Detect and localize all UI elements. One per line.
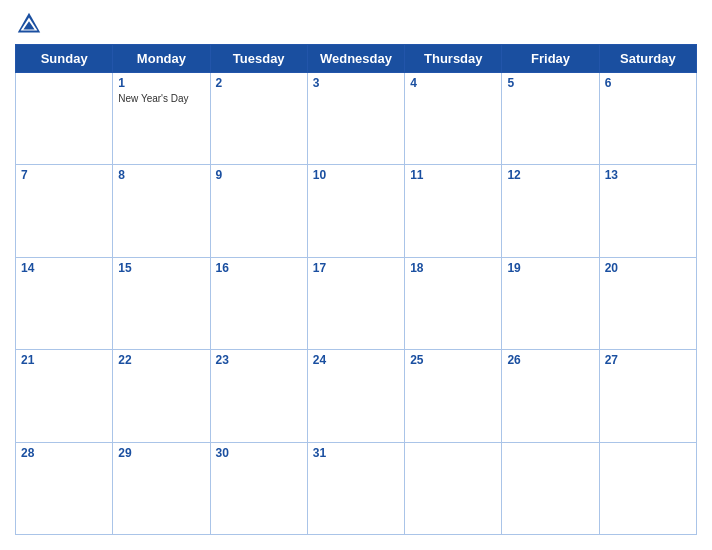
calendar-cell	[16, 73, 113, 165]
day-number: 10	[313, 168, 399, 182]
calendar-cell: 5	[502, 73, 599, 165]
calendar-cell: 28	[16, 442, 113, 534]
calendar-cell: 31	[307, 442, 404, 534]
day-number: 29	[118, 446, 204, 460]
weekday-header-friday: Friday	[502, 45, 599, 73]
holiday-label: New Year's Day	[118, 92, 204, 105]
weekday-header-tuesday: Tuesday	[210, 45, 307, 73]
day-number: 17	[313, 261, 399, 275]
calendar-cell: 2	[210, 73, 307, 165]
calendar-week-row: 14151617181920	[16, 257, 697, 349]
day-number: 18	[410, 261, 496, 275]
calendar-cell: 20	[599, 257, 696, 349]
weekday-header-wednesday: Wednesday	[307, 45, 404, 73]
calendar-week-row: 21222324252627	[16, 350, 697, 442]
calendar-week-row: 78910111213	[16, 165, 697, 257]
calendar-cell: 17	[307, 257, 404, 349]
calendar-cell: 10	[307, 165, 404, 257]
calendar-cell: 13	[599, 165, 696, 257]
calendar-cell: 25	[405, 350, 502, 442]
calendar-cell: 8	[113, 165, 210, 257]
calendar-cell: 24	[307, 350, 404, 442]
day-number: 24	[313, 353, 399, 367]
weekday-header-monday: Monday	[113, 45, 210, 73]
calendar-cell	[599, 442, 696, 534]
calendar-cell: 12	[502, 165, 599, 257]
calendar-table: SundayMondayTuesdayWednesdayThursdayFrid…	[15, 44, 697, 535]
day-number: 28	[21, 446, 107, 460]
calendar-cell: 14	[16, 257, 113, 349]
calendar-cell	[502, 442, 599, 534]
calendar-cell: 6	[599, 73, 696, 165]
calendar-cell: 30	[210, 442, 307, 534]
calendar-cell: 7	[16, 165, 113, 257]
calendar-cell: 11	[405, 165, 502, 257]
day-number: 19	[507, 261, 593, 275]
weekday-header-thursday: Thursday	[405, 45, 502, 73]
calendar-cell: 15	[113, 257, 210, 349]
weekday-header-row: SundayMondayTuesdayWednesdayThursdayFrid…	[16, 45, 697, 73]
day-number: 9	[216, 168, 302, 182]
calendar-header	[15, 10, 697, 38]
day-number: 21	[21, 353, 107, 367]
day-number: 14	[21, 261, 107, 275]
day-number: 4	[410, 76, 496, 90]
day-number: 6	[605, 76, 691, 90]
day-number: 8	[118, 168, 204, 182]
calendar-cell: 3	[307, 73, 404, 165]
day-number: 25	[410, 353, 496, 367]
logo	[15, 10, 47, 38]
day-number: 30	[216, 446, 302, 460]
day-number: 20	[605, 261, 691, 275]
day-number: 11	[410, 168, 496, 182]
day-number: 7	[21, 168, 107, 182]
weekday-header-saturday: Saturday	[599, 45, 696, 73]
day-number: 31	[313, 446, 399, 460]
day-number: 1	[118, 76, 204, 90]
day-number: 23	[216, 353, 302, 367]
calendar-cell: 23	[210, 350, 307, 442]
calendar-week-row: 28293031	[16, 442, 697, 534]
day-number: 15	[118, 261, 204, 275]
day-number: 13	[605, 168, 691, 182]
calendar-cell: 9	[210, 165, 307, 257]
day-number: 3	[313, 76, 399, 90]
calendar-cell: 22	[113, 350, 210, 442]
calendar-cell: 29	[113, 442, 210, 534]
day-number: 16	[216, 261, 302, 275]
calendar-cell: 27	[599, 350, 696, 442]
calendar-cell: 1New Year's Day	[113, 73, 210, 165]
calendar-week-row: 1New Year's Day23456	[16, 73, 697, 165]
calendar-cell: 16	[210, 257, 307, 349]
calendar-cell: 26	[502, 350, 599, 442]
day-number: 12	[507, 168, 593, 182]
calendar-cell	[405, 442, 502, 534]
weekday-header-sunday: Sunday	[16, 45, 113, 73]
day-number: 22	[118, 353, 204, 367]
day-number: 26	[507, 353, 593, 367]
calendar-cell: 21	[16, 350, 113, 442]
calendar-cell: 18	[405, 257, 502, 349]
day-number: 5	[507, 76, 593, 90]
day-number: 2	[216, 76, 302, 90]
calendar-cell: 19	[502, 257, 599, 349]
calendar-cell: 4	[405, 73, 502, 165]
day-number: 27	[605, 353, 691, 367]
logo-icon	[15, 10, 43, 38]
